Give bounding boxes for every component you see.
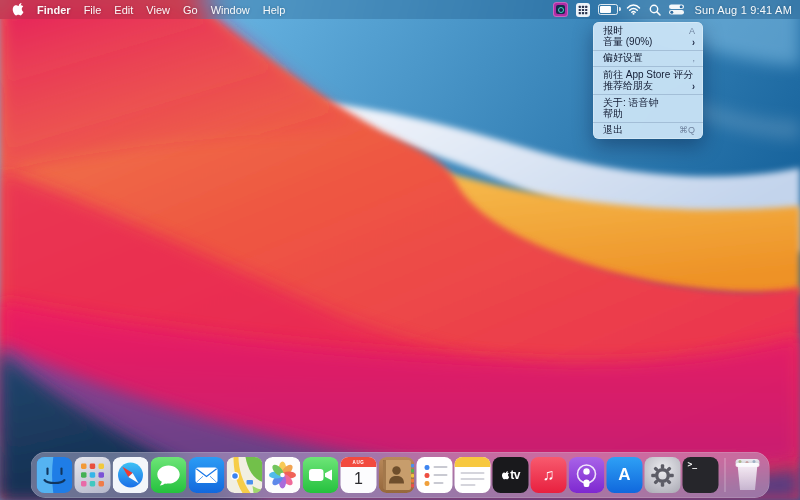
dock-separator bbox=[725, 458, 726, 492]
menu-view[interactable]: View bbox=[146, 4, 170, 16]
calendar-month-label: AUG bbox=[341, 457, 377, 467]
menu-go[interactable]: Go bbox=[183, 4, 198, 16]
spotlight-search-icon[interactable] bbox=[649, 4, 661, 16]
dock-app-store-icon[interactable]: A bbox=[607, 457, 643, 493]
menu-bar-left: Finder File Edit View Go Window Help bbox=[12, 3, 285, 16]
apple-menu[interactable] bbox=[12, 3, 24, 16]
dock-reminders-icon[interactable] bbox=[417, 457, 453, 493]
menu-item-share-with-friends[interactable]: 推荐给朋友 › bbox=[593, 81, 703, 92]
control-center-icon[interactable] bbox=[669, 4, 684, 15]
input-source-icon[interactable] bbox=[576, 3, 590, 17]
dock-terminal-icon[interactable]: >_ bbox=[683, 457, 719, 493]
dock-notes-icon[interactable] bbox=[455, 457, 491, 493]
voice-clock-dropdown-menu: 报时 A 音量 (90%) › 偏好设置 , 前往 App Store 评分 推… bbox=[593, 22, 703, 139]
menu-item-preferences[interactable]: 偏好设置 , bbox=[593, 53, 703, 64]
dock-safari-icon[interactable] bbox=[113, 457, 149, 493]
dock-calendar-icon[interactable]: AUG 1 bbox=[341, 457, 377, 493]
menu-item-help[interactable]: 帮助 bbox=[593, 108, 703, 119]
menu-bar: Finder File Edit View Go Window Help bbox=[0, 0, 800, 19]
wifi-icon[interactable] bbox=[626, 4, 641, 15]
menubar-clock[interactable]: Sun Aug 1 9:41 AM bbox=[694, 4, 792, 16]
dock-system-preferences-icon[interactable] bbox=[645, 457, 681, 493]
battery-icon[interactable] bbox=[598, 4, 618, 15]
dock-apple-tv-icon[interactable]: tv bbox=[493, 457, 529, 493]
voice-clock-menubar-icon[interactable] bbox=[553, 2, 568, 17]
menu-edit[interactable]: Edit bbox=[114, 4, 133, 16]
apple-logo-icon bbox=[501, 470, 509, 480]
menu-help[interactable]: Help bbox=[263, 4, 286, 16]
desktop: Finder File Edit View Go Window Help bbox=[0, 0, 800, 500]
dock-facetime-icon[interactable] bbox=[303, 457, 339, 493]
dock: AUG 1 bbox=[31, 452, 770, 498]
gear-icon bbox=[651, 464, 674, 487]
app-menu-finder[interactable]: Finder bbox=[37, 4, 71, 16]
dock-music-icon[interactable]: ♫ bbox=[531, 457, 567, 493]
apple-logo-icon bbox=[12, 2, 24, 16]
trash-body bbox=[737, 463, 759, 490]
menu-item-quit[interactable]: 退出 ⌘Q bbox=[593, 125, 703, 136]
calendar-day-label: 1 bbox=[354, 467, 363, 493]
submenu-arrow-icon: › bbox=[692, 36, 695, 49]
tv-label: tv bbox=[510, 468, 520, 482]
clock-glyph-icon bbox=[556, 5, 565, 14]
app-store-a-label: A bbox=[618, 465, 630, 485]
dock-finder-icon[interactable] bbox=[37, 457, 73, 493]
dock-photos-icon[interactable] bbox=[265, 457, 301, 493]
dock-launchpad-icon[interactable] bbox=[75, 457, 111, 493]
dock-trash-icon[interactable] bbox=[732, 455, 764, 495]
dock-messages-icon[interactable] bbox=[151, 457, 187, 493]
menu-bar-status: Sun Aug 1 9:41 AM bbox=[553, 2, 792, 17]
submenu-arrow-icon: › bbox=[692, 80, 695, 93]
menu-window[interactable]: Window bbox=[211, 4, 250, 16]
dock-contacts-icon[interactable] bbox=[379, 457, 415, 493]
dock-mail-icon[interactable] bbox=[189, 457, 225, 493]
music-note-icon: ♫ bbox=[543, 466, 555, 484]
dock-podcasts-icon[interactable] bbox=[569, 457, 605, 493]
dock-maps-icon[interactable] bbox=[227, 457, 263, 493]
menu-file[interactable]: File bbox=[84, 4, 102, 16]
menu-item-volume[interactable]: 音量 (90%) › bbox=[593, 36, 703, 47]
terminal-prompt-label: >_ bbox=[688, 460, 698, 469]
